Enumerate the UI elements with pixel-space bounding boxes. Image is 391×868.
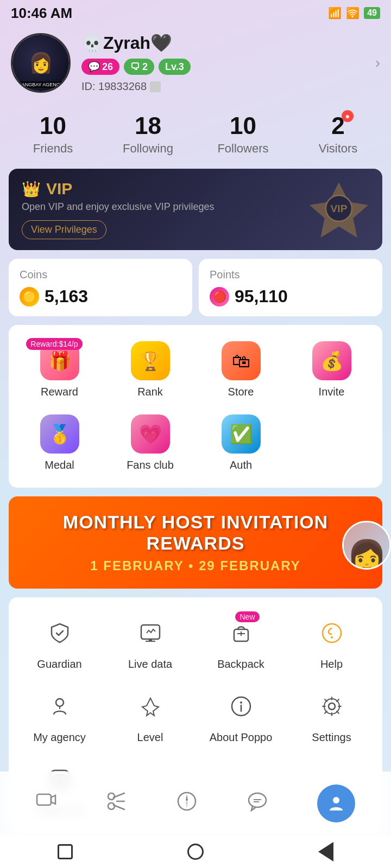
- friends-count: 10: [40, 112, 66, 139]
- backpack-label: Backpack: [217, 658, 264, 671]
- svg-point-28: [333, 797, 339, 803]
- event-title: MONTHLY HOST INVITATION REWARDS: [20, 512, 371, 554]
- menu-row-2: My agency Level About Poppo Settings: [14, 681, 377, 749]
- home-button[interactable]: [185, 841, 206, 863]
- vip-title: 👑 VIP: [22, 180, 215, 198]
- settings-label: Settings: [312, 731, 351, 744]
- scissors-icon: [106, 791, 127, 816]
- feature-invite[interactable]: 💰 Invite: [286, 336, 377, 404]
- menu-livedata[interactable]: Live data: [105, 608, 195, 676]
- profile-name: 💀Zyrah🖤: [81, 33, 380, 53]
- backpack-icon: New: [222, 614, 261, 653]
- nav-chat[interactable]: [236, 787, 279, 820]
- followers-label: Followers: [195, 142, 291, 156]
- friends-label: Friends: [5, 142, 100, 156]
- visitors-label: Visitors: [291, 142, 386, 156]
- svg-point-15: [324, 699, 339, 714]
- menu-settings[interactable]: Settings: [286, 681, 377, 749]
- cards-row: Coins 🟡 5,163 Points 🔴 95,110: [9, 259, 382, 316]
- back-button[interactable]: [315, 841, 337, 863]
- badge-chat: 💬 26: [81, 59, 119, 75]
- feature-reward[interactable]: 🎁 Reward:$14/p Reward: [14, 336, 105, 404]
- chevron-right-icon[interactable]: ›: [375, 54, 380, 72]
- status-time: 10:46 AM: [11, 5, 72, 22]
- agency-icon: [40, 687, 79, 726]
- live-icon: [36, 791, 56, 816]
- coins-card[interactable]: Coins 🟡 5,163: [9, 259, 192, 316]
- stat-friends[interactable]: 10 Friends: [5, 112, 100, 156]
- avatar-label: BANGBAY AGENCY: [16, 81, 66, 88]
- points-card[interactable]: Points 🔴 95,110: [199, 259, 382, 316]
- coin-icon: 🟡: [20, 287, 39, 307]
- badge-msg: 🗨 2: [124, 59, 154, 75]
- view-privileges-button[interactable]: View Privileges: [22, 220, 106, 239]
- feature-rank[interactable]: 🏆 Rank: [105, 336, 195, 404]
- coins-label: Coins: [20, 269, 181, 281]
- floating-avatar-image: 👩: [344, 522, 389, 568]
- vip-left: 👑 VIP Open VIP and enjoy exclusive VIP p…: [22, 180, 215, 239]
- fans-icon: 💗: [131, 414, 170, 454]
- feature-empty: [286, 409, 377, 477]
- event-subtitle: 1 FEBRUARY • 29 FEBRUARY: [20, 558, 371, 573]
- avatar[interactable]: 👩 BANGBAY AGENCY: [11, 33, 71, 93]
- svg-point-19: [108, 803, 115, 809]
- vip-logo: VIP: [306, 176, 371, 243]
- vip-banner[interactable]: 👑 VIP Open VIP and enjoy exclusive VIP p…: [9, 169, 382, 250]
- square-icon: [58, 844, 73, 859]
- status-bar: 10:46 AM 📶 🛜 49: [0, 0, 391, 24]
- points-value: 🔴 95,110: [210, 286, 371, 307]
- help-icon: [312, 614, 351, 653]
- system-bar: [0, 835, 391, 868]
- nav-scissors[interactable]: [95, 787, 137, 820]
- nav-live[interactable]: [25, 787, 67, 820]
- menu-about[interactable]: About Poppo: [195, 681, 286, 749]
- menu-help[interactable]: Help: [286, 608, 377, 676]
- level-icon: [131, 687, 170, 726]
- feature-store[interactable]: 🛍 Store: [195, 336, 286, 404]
- feature-medal[interactable]: 🥇 Medal: [14, 409, 105, 477]
- settings-icon: [312, 687, 351, 726]
- menu-agency[interactable]: My agency: [14, 681, 105, 749]
- livedata-label: Live data: [128, 658, 172, 671]
- event-banner[interactable]: MONTHLY HOST INVITATION REWARDS 1 FEBRUA…: [9, 496, 382, 589]
- stat-visitors[interactable]: 2 ● Visitors: [291, 112, 386, 156]
- profile-section: 👩 BANGBAY AGENCY 💀Zyrah🖤 💬 26 🗨 2 Lv.3 I…: [0, 24, 391, 101]
- guardian-icon: [40, 614, 79, 653]
- auth-icon: ✅: [222, 414, 261, 454]
- stat-followers[interactable]: 10 Followers: [195, 112, 291, 156]
- new-badge: New: [235, 611, 259, 622]
- about-icon: [222, 687, 261, 726]
- livedata-icon: [131, 614, 170, 653]
- copy-icon[interactable]: [150, 81, 161, 92]
- triangle-icon: [318, 842, 333, 861]
- agency-label: My agency: [33, 731, 86, 744]
- feature-fans[interactable]: 💗 Fans club: [105, 409, 195, 477]
- points-label: Points: [210, 269, 371, 281]
- svg-point-14: [329, 703, 335, 710]
- menu-backpack[interactable]: New Backpack: [195, 608, 286, 676]
- svg-text:VIP: VIP: [331, 203, 348, 214]
- feature-auth[interactable]: ✅ Auth: [195, 409, 286, 477]
- bottom-nav: [0, 771, 391, 835]
- auth-label: Auth: [230, 459, 252, 471]
- nav-compass[interactable]: [166, 787, 208, 820]
- menu-guardian[interactable]: Guardian: [14, 608, 105, 676]
- svg-line-22: [113, 805, 124, 809]
- nav-profile[interactable]: [306, 780, 366, 827]
- about-label: About Poppo: [210, 731, 273, 744]
- menu-row-1: Guardian Live data New Backpack Help: [14, 608, 377, 676]
- wifi-icon: 🛜: [346, 7, 360, 20]
- reward-badge: Reward:$14/p: [26, 338, 82, 350]
- square-button[interactable]: [54, 841, 76, 863]
- profile-active-icon: [317, 784, 355, 822]
- profile-id: ID: 19833268: [81, 80, 380, 93]
- svg-point-8: [331, 636, 333, 639]
- stat-following[interactable]: 18 Following: [100, 112, 195, 156]
- menu-level[interactable]: Level: [105, 681, 195, 749]
- profile-badges: 💬 26 🗨 2 Lv.3: [81, 59, 380, 75]
- store-label: Store: [228, 386, 254, 398]
- reward-icon: 🎁 Reward:$14/p: [40, 341, 79, 380]
- svg-rect-18: [37, 794, 51, 805]
- reward-label: Reward: [41, 386, 78, 398]
- floating-avatar[interactable]: 👩: [342, 521, 391, 570]
